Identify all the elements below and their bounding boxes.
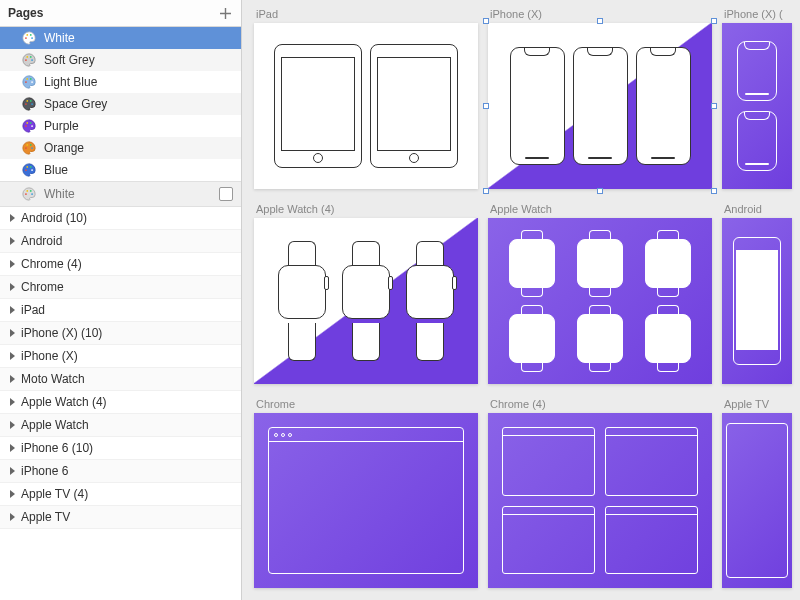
- layer-row[interactable]: Apple TV (4): [0, 483, 241, 506]
- disclosure-icon[interactable]: [10, 513, 15, 521]
- layer-row[interactable]: Android (10): [0, 207, 241, 230]
- artboard-watch4[interactable]: [254, 218, 478, 384]
- svg-point-28: [25, 193, 27, 195]
- layer-row[interactable]: Apple Watch: [0, 414, 241, 437]
- layer-row[interactable]: Chrome (4): [0, 253, 241, 276]
- page-row-white[interactable]: White: [0, 27, 241, 49]
- watch-mockup: [570, 305, 630, 372]
- artboard-ipad[interactable]: [254, 23, 478, 189]
- artboard-label[interactable]: Chrome (4): [488, 398, 712, 410]
- svg-point-7: [31, 59, 33, 61]
- artboard-label[interactable]: Apple TV: [722, 398, 792, 410]
- palette-icon: [22, 119, 36, 133]
- disclosure-icon[interactable]: [10, 490, 15, 498]
- disclosure-icon[interactable]: [10, 260, 15, 268]
- plus-icon: [220, 8, 231, 19]
- page-row-orange[interactable]: Orange: [0, 137, 241, 159]
- disclosure-icon[interactable]: [10, 283, 15, 291]
- disclosure-icon[interactable]: [10, 398, 15, 406]
- artboard-group-appletv[interactable]: Apple TV: [722, 398, 792, 588]
- page-row-purple[interactable]: Purple: [0, 115, 241, 137]
- disclosure-icon[interactable]: [10, 375, 15, 383]
- layer-row[interactable]: iPad: [0, 299, 241, 322]
- palette-icon: [22, 141, 36, 155]
- watch-mockup: [402, 237, 458, 365]
- artboard-group-watch[interactable]: Apple Watch: [488, 203, 712, 384]
- canvas-area[interactable]: iPad iPhone (X): [242, 0, 800, 600]
- artboard-chrome[interactable]: [254, 413, 478, 588]
- artboard-label[interactable]: Apple Watch: [488, 203, 712, 215]
- svg-point-23: [31, 147, 33, 149]
- appletv-mockup: [726, 423, 788, 578]
- svg-point-15: [31, 103, 33, 105]
- layer-row[interactable]: iPhone 6: [0, 460, 241, 483]
- page-label: Purple: [44, 119, 79, 133]
- artboard-group-ipad[interactable]: iPad: [254, 8, 478, 189]
- watch-mockup: [638, 305, 698, 372]
- artboard-label[interactable]: Apple Watch (4): [254, 203, 478, 215]
- artboard-label[interactable]: iPad: [254, 8, 478, 20]
- iphonex-mockup: [737, 111, 777, 171]
- svg-point-3: [31, 37, 33, 39]
- svg-point-11: [31, 81, 33, 83]
- page-row-spacegrey[interactable]: Space Grey: [0, 93, 241, 115]
- layers-list[interactable]: Android (10) Android Chrome (4) Chrome i…: [0, 207, 241, 600]
- disclosure-icon[interactable]: [10, 214, 15, 222]
- layer-row[interactable]: Android: [0, 230, 241, 253]
- svg-point-1: [26, 34, 28, 36]
- artboard-group-chrome4[interactable]: Chrome (4): [488, 398, 712, 588]
- disclosure-icon[interactable]: [10, 329, 15, 337]
- artboard-appletv[interactable]: [722, 413, 792, 588]
- artboard-iphonex[interactable]: [488, 23, 712, 189]
- artboard-group-android[interactable]: Android: [722, 203, 792, 384]
- watch-mockup: [338, 237, 394, 365]
- artboard-group-watch4[interactable]: Apple Watch (4): [254, 203, 478, 384]
- artboard-iphonex-10[interactable]: [722, 23, 792, 189]
- canvas-row-1: iPad iPhone (X): [254, 8, 800, 189]
- svg-point-4: [25, 59, 27, 61]
- browser-mockup: [502, 427, 595, 496]
- iphonex-mockup: [737, 41, 777, 101]
- disclosure-icon[interactable]: [10, 444, 15, 452]
- artboard-label[interactable]: iPhone (X) (: [722, 8, 792, 20]
- layer-label: Chrome (4): [21, 257, 82, 271]
- page-label: Light Blue: [44, 75, 97, 89]
- disclosure-icon[interactable]: [10, 421, 15, 429]
- page-row-blue[interactable]: Blue: [0, 159, 241, 181]
- page-row-lightblue[interactable]: Light Blue: [0, 71, 241, 93]
- artboard-label[interactable]: Chrome: [254, 398, 478, 410]
- page-row-softgrey[interactable]: Soft Grey: [0, 49, 241, 71]
- svg-point-12: [25, 103, 27, 105]
- browser-mockup: [502, 506, 595, 575]
- add-page-button[interactable]: [217, 5, 233, 21]
- artboard-chrome4[interactable]: [488, 413, 712, 588]
- palette-icon: [22, 187, 36, 201]
- artboard-label[interactable]: iPhone (X): [488, 8, 712, 20]
- layer-label: Moto Watch: [21, 372, 85, 386]
- artboard-group-iphonex[interactable]: iPhone (X): [488, 8, 712, 189]
- artboard-label[interactable]: Android: [722, 203, 792, 215]
- svg-point-17: [26, 122, 28, 124]
- disclosure-icon[interactable]: [10, 306, 15, 314]
- layer-row[interactable]: Moto Watch: [0, 368, 241, 391]
- disclosure-icon[interactable]: [10, 352, 15, 360]
- palette-icon: [22, 97, 36, 111]
- disclosure-icon[interactable]: [10, 237, 15, 245]
- layer-row[interactable]: iPhone (X) (10): [0, 322, 241, 345]
- page-label: Blue: [44, 163, 68, 177]
- layer-row[interactable]: iPhone (X): [0, 345, 241, 368]
- artboard-group-iphonex10[interactable]: iPhone (X) (: [722, 8, 792, 189]
- layer-row[interactable]: iPhone 6 (10): [0, 437, 241, 460]
- watch-mockup: [274, 237, 330, 365]
- layer-row[interactable]: Apple TV: [0, 506, 241, 529]
- layer-row[interactable]: Apple Watch (4): [0, 391, 241, 414]
- layer-row[interactable]: Chrome: [0, 276, 241, 299]
- artboard-watch[interactable]: [488, 218, 712, 384]
- disclosure-icon[interactable]: [10, 467, 15, 475]
- artboard-android[interactable]: [722, 218, 792, 384]
- iphonex-mockup: [636, 47, 691, 165]
- watch-mockup: [570, 230, 630, 297]
- artboard-group-chrome[interactable]: Chrome: [254, 398, 478, 588]
- ipad-mockup: [274, 44, 362, 168]
- layers-section-header[interactable]: White: [0, 181, 241, 207]
